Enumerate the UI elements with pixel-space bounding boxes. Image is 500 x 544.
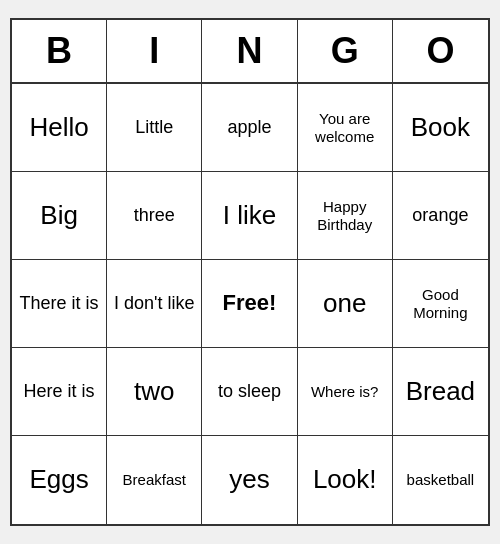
cell-text: basketball bbox=[407, 471, 475, 489]
cell-text: three bbox=[134, 205, 175, 227]
cell-text: Free! bbox=[223, 290, 277, 316]
bingo-cell: Good Morning bbox=[393, 260, 488, 348]
header-letter: B bbox=[12, 20, 107, 82]
cell-text: two bbox=[134, 376, 174, 407]
bingo-cell: Bread bbox=[393, 348, 488, 436]
bingo-cell: Free! bbox=[202, 260, 297, 348]
bingo-cell: You are welcome bbox=[298, 84, 393, 172]
cell-text: Big bbox=[40, 200, 78, 231]
header-letter: I bbox=[107, 20, 202, 82]
bingo-cell: Breakfast bbox=[107, 436, 202, 524]
cell-text: to sleep bbox=[218, 381, 281, 403]
header-letter: N bbox=[202, 20, 297, 82]
bingo-cell: orange bbox=[393, 172, 488, 260]
cell-text: Eggs bbox=[29, 464, 88, 495]
bingo-grid: HelloLittleappleYou are welcomeBookBigth… bbox=[12, 84, 488, 524]
cell-text: orange bbox=[412, 205, 468, 227]
bingo-cell: three bbox=[107, 172, 202, 260]
bingo-card: BINGO HelloLittleappleYou are welcomeBoo… bbox=[10, 18, 490, 526]
bingo-cell: There it is bbox=[12, 260, 107, 348]
cell-text: Here it is bbox=[24, 381, 95, 403]
cell-text: Little bbox=[135, 117, 173, 139]
cell-text: Happy Birthday bbox=[304, 198, 386, 234]
bingo-cell: basketball bbox=[393, 436, 488, 524]
bingo-cell: Here it is bbox=[12, 348, 107, 436]
cell-text: Book bbox=[411, 112, 470, 143]
cell-text: I don't like bbox=[114, 293, 194, 315]
cell-text: Hello bbox=[29, 112, 88, 143]
bingo-cell: Look! bbox=[298, 436, 393, 524]
cell-text: Where is? bbox=[311, 383, 379, 401]
bingo-cell: Big bbox=[12, 172, 107, 260]
bingo-cell: Happy Birthday bbox=[298, 172, 393, 260]
header-letter: G bbox=[298, 20, 393, 82]
cell-text: Look! bbox=[313, 464, 377, 495]
bingo-cell: I like bbox=[202, 172, 297, 260]
bingo-cell: one bbox=[298, 260, 393, 348]
bingo-cell: Hello bbox=[12, 84, 107, 172]
cell-text: Good Morning bbox=[399, 286, 482, 322]
bingo-cell: to sleep bbox=[202, 348, 297, 436]
cell-text: There it is bbox=[20, 293, 99, 315]
bingo-cell: Little bbox=[107, 84, 202, 172]
cell-text: one bbox=[323, 288, 366, 319]
cell-text: yes bbox=[229, 464, 269, 495]
bingo-cell: Book bbox=[393, 84, 488, 172]
bingo-cell: Where is? bbox=[298, 348, 393, 436]
cell-text: Bread bbox=[406, 376, 475, 407]
cell-text: Breakfast bbox=[123, 471, 186, 489]
header-letter: O bbox=[393, 20, 488, 82]
bingo-cell: I don't like bbox=[107, 260, 202, 348]
bingo-cell: apple bbox=[202, 84, 297, 172]
cell-text: I like bbox=[223, 200, 276, 231]
bingo-cell: two bbox=[107, 348, 202, 436]
bingo-cell: Eggs bbox=[12, 436, 107, 524]
bingo-header: BINGO bbox=[12, 20, 488, 84]
bingo-cell: yes bbox=[202, 436, 297, 524]
cell-text: apple bbox=[227, 117, 271, 139]
cell-text: You are welcome bbox=[304, 110, 386, 146]
